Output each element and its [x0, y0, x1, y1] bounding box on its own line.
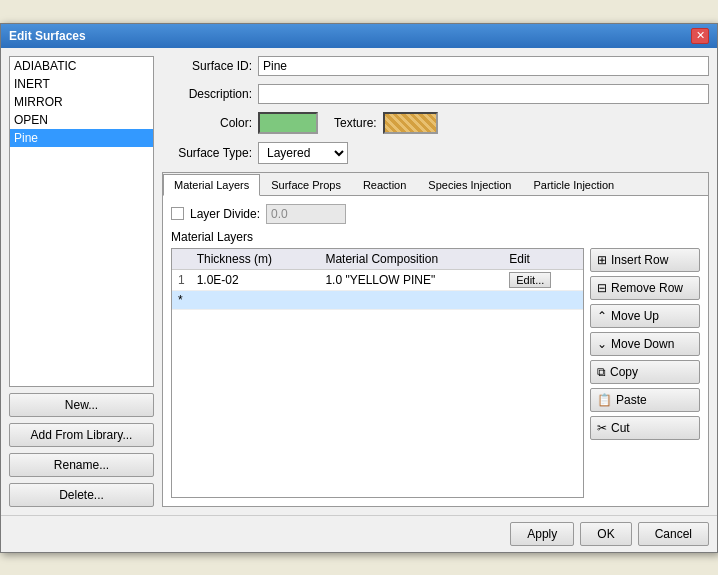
- edit-row-button[interactable]: Edit...: [509, 272, 551, 288]
- row-num: 1: [172, 269, 191, 290]
- texture-label: Texture:: [334, 116, 377, 130]
- tabs-content: Layer Divide: Material Layers: [163, 196, 708, 506]
- description-input[interactable]: [258, 84, 709, 104]
- edit-surfaces-window: Edit Surfaces ✕ ADIABATICINERTMIRROROPEN…: [0, 23, 718, 553]
- window-title: Edit Surfaces: [9, 29, 86, 43]
- title-bar: Edit Surfaces ✕: [1, 24, 717, 48]
- surface-id-label: Surface ID:: [162, 59, 252, 73]
- tab-particle-injection[interactable]: Particle Injection: [523, 174, 626, 196]
- new-row-edit: [503, 290, 583, 309]
- main-content: ADIABATICINERTMIRROROPENPine New... Add …: [1, 48, 717, 515]
- insert-row-button[interactable]: ⊞ Insert Row: [590, 248, 700, 272]
- new-row-indicator: *: [172, 290, 191, 309]
- material-table: Thickness (m) Material Composition Edit …: [172, 249, 583, 310]
- table-header-row: Thickness (m) Material Composition Edit: [172, 249, 583, 270]
- cut-icon: ✂: [597, 421, 607, 435]
- apply-button[interactable]: Apply: [510, 522, 574, 546]
- bottom-bar: Apply OK Cancel: [1, 515, 717, 552]
- surface-id-input[interactable]: [258, 56, 709, 76]
- move-up-button[interactable]: ⌃ Move Up: [590, 304, 700, 328]
- row-edit: Edit...: [503, 269, 583, 290]
- copy-icon: ⧉: [597, 365, 606, 379]
- move-down-icon: ⌄: [597, 337, 607, 351]
- side-buttons: ⊞ Insert Row ⊟ Remove Row ⌃ Move Up: [590, 248, 700, 498]
- col-num: [172, 249, 191, 270]
- remove-row-button[interactable]: ⊟ Remove Row: [590, 276, 700, 300]
- description-label: Description:: [162, 87, 252, 101]
- tab-reaction[interactable]: Reaction: [352, 174, 417, 196]
- remove-row-icon: ⊟: [597, 281, 607, 295]
- color-label: Color:: [162, 116, 252, 130]
- paste-icon: 📋: [597, 393, 612, 407]
- texture-picker[interactable]: [383, 112, 438, 134]
- surface-type-row: Surface Type: LayeredBurnerInertOther: [162, 142, 709, 164]
- rename-button[interactable]: Rename...: [9, 453, 154, 477]
- material-layers-area: Thickness (m) Material Composition Edit …: [171, 248, 700, 498]
- layer-divide-label: Layer Divide:: [190, 207, 260, 221]
- new-row-composition[interactable]: [319, 290, 503, 309]
- surface-type-select[interactable]: LayeredBurnerInertOther: [258, 142, 348, 164]
- cancel-button[interactable]: Cancel: [638, 522, 709, 546]
- close-button[interactable]: ✕: [691, 28, 709, 44]
- material-table-wrapper: Thickness (m) Material Composition Edit …: [171, 248, 584, 498]
- surface-type-label: Surface Type:: [162, 146, 252, 160]
- texture-preview: [385, 114, 436, 132]
- material-layers-section-label: Material Layers: [171, 230, 700, 244]
- surface-list-item[interactable]: OPEN: [10, 111, 153, 129]
- layer-divide-checkbox[interactable]: [171, 207, 184, 220]
- table-row: 1 1.0E-02 1.0 "YELLOW PINE" Edit...: [172, 269, 583, 290]
- col-edit: Edit: [503, 249, 583, 270]
- left-panel: ADIABATICINERTMIRROROPENPine New... Add …: [9, 56, 154, 507]
- copy-button[interactable]: ⧉ Copy: [590, 360, 700, 384]
- color-texture-row: Color: Texture:: [162, 112, 709, 134]
- tab-surface-props[interactable]: Surface Props: [260, 174, 352, 196]
- surface-list-item[interactable]: MIRROR: [10, 93, 153, 111]
- color-picker[interactable]: [258, 112, 318, 134]
- col-composition: Material Composition: [319, 249, 503, 270]
- row-composition[interactable]: 1.0 "YELLOW PINE": [319, 269, 503, 290]
- right-panel: Surface ID: Description: Color: Texture:…: [162, 56, 709, 507]
- col-thickness: Thickness (m): [191, 249, 320, 270]
- new-row-thickness[interactable]: [191, 290, 320, 309]
- move-up-icon: ⌃: [597, 309, 607, 323]
- surface-list: ADIABATICINERTMIRROROPENPine: [9, 56, 154, 387]
- tabs-header: Material LayersSurface PropsReactionSpec…: [163, 173, 708, 196]
- new-row: *: [172, 290, 583, 309]
- description-row: Description:: [162, 84, 709, 104]
- surface-id-row: Surface ID:: [162, 56, 709, 76]
- surface-list-item[interactable]: ADIABATIC: [10, 57, 153, 75]
- tab-material-layers[interactable]: Material Layers: [163, 174, 260, 196]
- delete-button[interactable]: Delete...: [9, 483, 154, 507]
- tab-species-injection[interactable]: Species Injection: [417, 174, 522, 196]
- ok-button[interactable]: OK: [580, 522, 631, 546]
- layer-divide-row: Layer Divide:: [171, 204, 700, 224]
- cut-button[interactable]: ✂ Cut: [590, 416, 700, 440]
- row-thickness[interactable]: 1.0E-02: [191, 269, 320, 290]
- layer-divide-input: [266, 204, 346, 224]
- surface-list-item[interactable]: Pine: [10, 129, 153, 147]
- tabs-container: Material LayersSurface PropsReactionSpec…: [162, 172, 709, 507]
- surface-list-item[interactable]: INERT: [10, 75, 153, 93]
- insert-row-icon: ⊞: [597, 253, 607, 267]
- paste-button[interactable]: 📋 Paste: [590, 388, 700, 412]
- add-from-library-button[interactable]: Add From Library...: [9, 423, 154, 447]
- new-button[interactable]: New...: [9, 393, 154, 417]
- move-down-button[interactable]: ⌄ Move Down: [590, 332, 700, 356]
